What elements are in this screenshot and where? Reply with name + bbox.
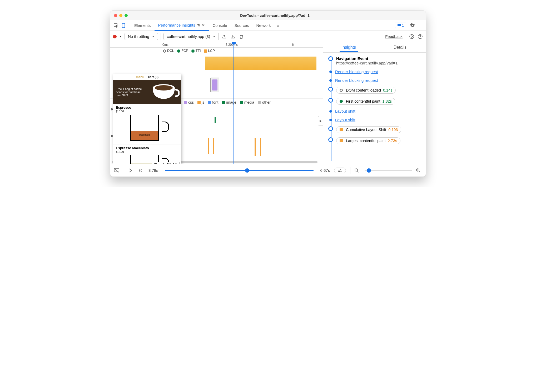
tab-insights[interactable]: Insights [323,42,374,52]
lcp-pill[interactable]: Largest contentful paint 2.73s [336,137,400,144]
cls-pill[interactable]: Cumulative Layout Shift 0.193 [336,126,401,133]
record-options-caret-icon[interactable]: ▼ [119,35,122,38]
preview-cart-link: cart (0) [148,75,158,79]
long-task-bar[interactable] [205,57,316,70]
timeline-dot-icon [329,110,332,113]
time-slider[interactable] [165,170,314,171]
play-icon[interactable] [128,168,134,173]
kebab-menu-icon[interactable]: ⋮ [416,22,424,29]
total-time: 6.67s [320,168,330,173]
no-screencast-icon[interactable] [114,168,120,173]
time-axis: 0ms 3,200ms 6, [110,42,323,48]
css-swatch-icon [184,101,187,104]
insights-tabs: Insights Details [323,42,426,53]
speed-pill[interactable]: x1 [334,168,346,173]
zoom-window-icon[interactable] [125,14,128,17]
svg-point-4 [418,34,422,39]
session-dropdown[interactable]: coffee-cart.netlify.app (3)▼ [163,33,219,40]
timeline-dot-icon [329,71,332,73]
media-swatch-icon [240,101,243,104]
insights-list[interactable]: Navigation Event https://coffee-cart.net… [323,53,426,164]
preview-total: Total: $0.00 [152,162,180,164]
js-swatch-icon [197,101,201,104]
svg-rect-1 [122,23,125,28]
page-preview: menu cart (0) Free 1 bag of coffee beans… [113,74,181,164]
timeline-node-icon [328,87,333,92]
zoom-in-icon[interactable] [416,168,422,173]
export-icon[interactable] [221,34,227,39]
preview-menu-link: menu [136,75,144,79]
zoom-out-icon[interactable] [355,168,360,173]
help-icon[interactable] [417,34,423,39]
dcl-marker-icon [163,49,166,53]
rewind-icon[interactable] [138,168,144,173]
other-swatch-icon [258,101,261,104]
dcl-icon [340,89,343,92]
dcl-pill[interactable]: DOM content loaded 0.14s [336,87,396,94]
font-swatch-icon [208,101,211,104]
inspect-icon[interactable] [112,22,120,29]
device-toolbar-icon[interactable] [120,22,127,29]
main-area: 0ms 3,200ms 6, DCL FCP TTI LCP ▶ css js … [110,42,426,164]
timeline-pane[interactable]: 0ms 3,200ms 6, DCL FCP TTI LCP ▶ css js … [110,42,323,164]
delete-icon[interactable] [238,34,244,39]
svg-point-6 [155,85,173,91]
image-swatch-icon [222,101,225,104]
throttling-dropdown[interactable]: No throttling▼ [125,33,158,40]
svg-point-2 [411,36,413,37]
import-icon[interactable] [230,34,236,39]
record-button-icon[interactable] [113,35,117,38]
timeline-dot-icon [329,119,332,121]
panel-tabs: Elements Performance insights ⚗ ✕ Consol… [110,20,426,31]
filmstrip-frame[interactable] [210,78,219,92]
messages-badge[interactable]: 1 [395,23,406,28]
playhead-time: 3.78s [148,168,158,173]
titlebar: DevTools - coffee-cart.netlify.app/?ad=1 [110,11,426,20]
close-window-icon[interactable] [114,14,117,17]
traffic-lights [114,14,128,17]
feedback-link[interactable]: Feedback [385,34,403,39]
timeline-node-icon [328,126,333,131]
tab-elements[interactable]: Elements [131,20,155,31]
playhead-knob-icon[interactable] [232,42,236,44]
lcp-marker-icon [204,49,207,53]
timeline-dot-icon [329,79,332,82]
playhead[interactable] [234,42,234,164]
minimize-window-icon[interactable] [119,14,122,17]
beta-icon: ⚗ [197,23,200,28]
insights-panel: Insights Details Navigation Event https:… [323,42,426,164]
marker-legend: DCL FCP TTI LCP [110,48,323,54]
render-blocking-link[interactable]: Render blocking request [335,69,378,74]
navigation-event[interactable]: Navigation Event https://coffee-cart.net… [336,56,398,65]
panel-settings-icon[interactable] [409,34,415,39]
svg-point-3 [410,34,414,39]
lcp-icon [340,139,343,142]
tab-console[interactable]: Console [209,20,231,31]
render-blocking-link[interactable]: Render blocking request [335,78,378,83]
settings-gear-icon[interactable] [409,22,416,29]
tab-sources[interactable]: Sources [231,20,252,31]
close-tab-icon[interactable]: ✕ [202,23,205,28]
tab-details[interactable]: Details [374,42,426,52]
preview-banner: Free 1 bag of coffee beans for purchase … [113,80,181,104]
layout-shift-link[interactable]: Layout shift [335,109,355,113]
tti-marker-icon [191,49,195,53]
zoom-slider[interactable] [365,170,412,171]
insights-toolbar: ▼ No throttling▼ coffee-cart.netlify.app… [110,31,426,42]
more-tabs-icon[interactable]: » [275,22,282,29]
layout-shift-link[interactable]: Layout shift [335,118,355,122]
tab-network[interactable]: Network [253,20,275,31]
window-title: DevTools - coffee-cart.netlify.app/?ad=1 [128,13,422,18]
collapse-sidebar-button[interactable]: ▶ [318,116,323,125]
tab-performance-insights[interactable]: Performance insights ⚗ ✕ [155,21,209,31]
devtools-window: DevTools - coffee-cart.netlify.app/?ad=1… [110,11,426,177]
fcp-marker-icon [177,49,180,53]
timeline-node-icon [328,98,333,103]
timeline-node-icon [328,56,333,61]
timeline-footer: 3.78s 6.67s x1 [110,164,426,177]
cls-icon [340,128,343,131]
fcp-icon [340,100,343,103]
timeline-node-icon [328,137,333,142]
fcp-pill[interactable]: First contentful paint 1.32s [336,98,395,105]
main-thread-track[interactable] [110,54,323,72]
